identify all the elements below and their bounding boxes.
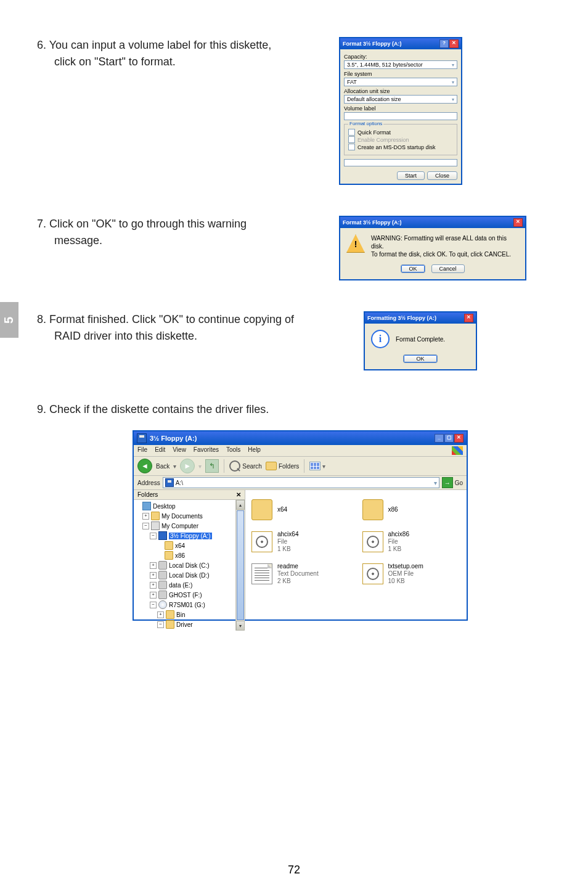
- tree-x86[interactable]: x86: [175, 552, 185, 559]
- menu-file[interactable]: File: [137, 446, 147, 455]
- floppy-icon: [158, 531, 167, 540]
- search-button[interactable]: Search: [229, 460, 262, 472]
- explorer-window: 3½ Floppy (A:) _ ▢ ✕ File Edit View Favo…: [133, 430, 468, 621]
- windows-logo-icon: [452, 446, 463, 455]
- drive-icon: [158, 561, 167, 570]
- folder-icon: [362, 499, 383, 520]
- menu-edit[interactable]: Edit: [155, 446, 165, 455]
- chevron-down-icon: ▾: [452, 62, 454, 68]
- menu-tools[interactable]: Tools: [226, 446, 240, 455]
- file-item[interactable]: readmeText Document2 KB: [251, 560, 350, 587]
- expander[interactable]: +: [142, 513, 149, 520]
- tree-desktop[interactable]: Desktop: [153, 503, 176, 510]
- tree-mydocs[interactable]: My Documents: [161, 513, 203, 520]
- back-label[interactable]: Back: [156, 463, 169, 470]
- up-button[interactable]: ↰: [205, 459, 219, 473]
- back-button[interactable]: ◄: [137, 459, 152, 473]
- expander[interactable]: −: [150, 533, 157, 539]
- cd-icon: [158, 600, 167, 609]
- tree-x64[interactable]: x64: [175, 542, 185, 549]
- expander[interactable]: +: [150, 572, 157, 579]
- file-item[interactable]: txtsetup.oemOEM File10 KB: [362, 560, 461, 587]
- scroll-down-button[interactable]: ▾: [236, 621, 245, 631]
- drive-icon: [158, 571, 167, 579]
- tree-datae[interactable]: data (E:): [169, 582, 192, 589]
- ok-button[interactable]: OK: [401, 264, 425, 273]
- go-button[interactable]: → Go: [442, 477, 463, 488]
- tree-localc[interactable]: Local Disk (C:): [169, 562, 210, 569]
- folder-icon: [151, 512, 160, 520]
- minimize-button[interactable]: _: [435, 434, 444, 443]
- menu-favorites[interactable]: Favorites: [194, 446, 219, 455]
- alloc-select[interactable]: Default allocation size▾: [344, 95, 457, 104]
- step-7-text: 7. Click on "OK" to go through this warn…: [37, 216, 339, 249]
- views-button[interactable]: ▾: [309, 462, 325, 470]
- chevron-down-icon[interactable]: ▾: [434, 480, 437, 486]
- compression-check: Enable Compression: [348, 136, 453, 143]
- chevron-down-icon: ▾: [452, 80, 454, 85]
- tree-bin[interactable]: Bin: [176, 611, 185, 618]
- step-9-text: 9. Check if the diskette contains the dr…: [37, 401, 563, 418]
- tree-floppy[interactable]: 3½ Floppy (A:): [169, 533, 212, 539]
- expander[interactable]: +: [150, 582, 157, 589]
- toolbar: ◄ Back ▾ ► ▾ ↰ Search Folders ▾: [134, 457, 467, 476]
- file-icon: [251, 531, 272, 552]
- quick-format-check[interactable]: Quick Format: [348, 129, 453, 136]
- close-button[interactable]: ✕: [513, 218, 523, 227]
- ok-button[interactable]: OK: [403, 354, 437, 363]
- expander[interactable]: −: [157, 621, 164, 628]
- expander[interactable]: −: [142, 523, 149, 529]
- expander[interactable]: +: [150, 562, 157, 569]
- filesystem-select[interactable]: FAT▾: [344, 78, 457, 86]
- step-8-text: 8. Format finished. Click "OK" to contin…: [37, 311, 339, 345]
- menu-help[interactable]: Help: [248, 446, 261, 455]
- volume-input[interactable]: [344, 112, 457, 120]
- folder-tree: Desktop +My Documents −My Computer −3½ F…: [134, 500, 235, 631]
- help-button[interactable]: ?: [439, 39, 449, 48]
- file-icon: [362, 563, 383, 584]
- folders-icon: [266, 462, 277, 470]
- desktop-icon: [142, 502, 151, 510]
- msdos-check[interactable]: Create an MS-DOS startup disk: [348, 144, 453, 150]
- search-icon: [229, 460, 240, 472]
- close-button[interactable]: ✕: [454, 434, 463, 443]
- floppy-icon: [165, 478, 174, 487]
- tree-scrollbar[interactable]: ▴ ▾: [235, 500, 245, 631]
- file-item[interactable]: x86: [362, 496, 461, 523]
- tree-locald[interactable]: Local Disk (D:): [169, 572, 210, 579]
- file-item[interactable]: ahcix86File1 KB: [362, 528, 461, 555]
- expander[interactable]: +: [150, 592, 157, 599]
- forward-button[interactable]: ►: [180, 459, 195, 473]
- menu-bar: File Edit View Favorites Tools Help: [134, 445, 467, 457]
- tree-r7smg[interactable]: R7SM01 (G:): [169, 602, 205, 608]
- tree-mycomputer[interactable]: My Computer: [161, 523, 198, 529]
- capacity-select[interactable]: 3.5", 1.44MB, 512 bytes/sector▾: [344, 60, 457, 69]
- cancel-button[interactable]: Cancel: [431, 264, 465, 273]
- close-button[interactable]: ✕: [449, 39, 459, 48]
- close-folders-pane[interactable]: ✕: [236, 491, 241, 498]
- close-button[interactable]: ✕: [464, 314, 473, 322]
- warning-dialog: Format 3½ Floppy (A:) ✕ WARNING: Formatt…: [339, 216, 526, 280]
- capacity-label: Capacity:: [344, 54, 457, 60]
- file-item[interactable]: x64: [251, 496, 350, 523]
- expander[interactable]: −: [150, 602, 157, 608]
- info-message: Format Complete.: [396, 336, 445, 343]
- close-button-2[interactable]: Close: [427, 171, 457, 180]
- drive-icon: [158, 591, 167, 599]
- maximize-button[interactable]: ▢: [444, 434, 454, 443]
- folders-button[interactable]: Folders: [266, 462, 299, 470]
- scroll-thumb[interactable]: [237, 510, 244, 620]
- tree-ghostf[interactable]: GHOST (F:): [169, 592, 202, 599]
- tree-driver[interactable]: Driver: [176, 621, 193, 628]
- files-pane: x64 x86 ahcix64File1 KB ahcix86File1 KB: [245, 490, 467, 619]
- address-input[interactable]: A:\ ▾: [163, 477, 439, 488]
- warning-title: Format 3½ Floppy (A:): [343, 219, 402, 226]
- scroll-up-button[interactable]: ▴: [236, 500, 245, 510]
- menu-view[interactable]: View: [173, 446, 186, 455]
- expander[interactable]: +: [157, 611, 164, 618]
- folder-icon: [166, 610, 174, 619]
- start-button[interactable]: Start: [397, 171, 425, 180]
- info-icon: i: [371, 330, 390, 348]
- file-item[interactable]: ahcix64File1 KB: [251, 528, 350, 555]
- file-icon: [362, 531, 383, 552]
